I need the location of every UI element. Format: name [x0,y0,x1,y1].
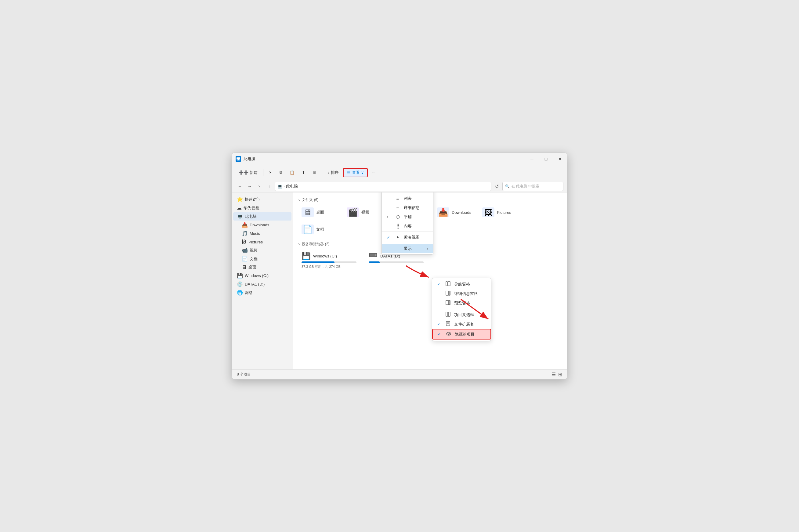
drive-d-icon [369,252,378,260]
sort-icon: ↕ [328,170,330,175]
svg-rect-0 [237,157,240,159]
music-folder-icon: 🎵 [392,207,404,217]
maximize-button[interactable]: □ [539,153,553,165]
title-bar: 此电脑 ─ □ ✕ [232,153,567,165]
cloud-icon: ☁ [237,205,242,211]
sort-button[interactable]: ↕ 排序 [325,169,342,177]
view-button[interactable]: ☰ 查看 ∨ [343,168,368,177]
list-view-button[interactable]: ☰ [552,372,556,377]
drive-data1-d[interactable]: DATA1 (D:) [365,249,427,271]
folder-video[interactable]: 🎬 视频 [343,205,386,220]
show-item-checkbox[interactable]: 项目复选框 [432,310,491,319]
pictures-folder-icon: 🖼 [482,207,495,217]
hidden-items-icon [446,331,452,337]
desktop-folder-icon: 🖥 [301,207,314,217]
folder-music[interactable]: 🎵 Music [388,205,431,220]
svg-rect-12 [446,312,448,316]
drive-d-bar [369,262,424,263]
window-controls: ─ □ ✕ [525,153,567,165]
show-sep-1 [432,309,491,309]
folder-downloads[interactable]: 📥 Downloads [433,205,476,220]
sidebar-item-windows-c[interactable]: 💾 Windows (C:) [233,271,292,280]
svg-point-5 [375,254,376,255]
view-icon: ☰ [347,170,351,175]
main-window: 此电脑 ─ □ ✕ ➕ ➕ 新建 ✂ ⧉ 📋 ⬆ 🗑 ↕ 排序 [231,153,568,379]
sidebar-item-music[interactable]: 🎵 Music [233,229,292,238]
sidebar-item-pictures[interactable]: 🖼 Pictures [233,238,292,246]
new-button[interactable]: ➕ ➕ 新建 [236,169,261,177]
svg-rect-6 [446,282,447,286]
forward-button[interactable]: → [245,182,254,191]
drive-windows-c[interactable]: 💾 Windows (C:) 37.3 GB 可用，共 274 GB [298,249,360,271]
breadcrumb[interactable]: 💻 › 此电脑 [275,182,491,191]
device-section-header: ∨ 设备和驱动器 (2) [298,242,562,247]
folder-documents[interactable]: 📄 文档 [298,222,340,237]
show-nav-pane[interactable]: ✓ 导航窗格 [432,280,491,289]
svg-point-17 [446,332,451,335]
delete-button[interactable]: 🗑 [310,169,319,176]
sidebar-item-network[interactable]: 🌐 网络 [233,289,292,297]
svg-rect-1 [238,159,239,160]
delete-icon: 🗑 [313,170,316,175]
back-button[interactable]: ← [236,182,244,191]
sidebar-item-data1-d[interactable]: 💿 DATA1 (D:) [233,280,292,288]
show-submenu[interactable]: ✓ 导航窗格 [432,278,491,341]
drive-c-icon: 💾 [301,252,311,260]
details-pane-icon [445,291,451,297]
paste-button[interactable]: 📋 [286,169,298,176]
view-option-small[interactable]: ⣿ 小图标 [382,192,433,194]
breadcrumb-path: 此电脑 [286,184,298,189]
minimize-button[interactable]: ─ [525,153,539,165]
star-icon: ⭐ [237,196,243,202]
share-button[interactable]: ⬆ [299,169,308,176]
data-drive-icon: 💿 [237,281,243,287]
search-icon: 🔍 [505,184,510,189]
copy-button[interactable]: ⧉ [277,169,285,176]
preview-pane-icon [445,300,451,306]
nav-bar: ← → ∨ ↑ 💻 › 此电脑 ↺ 🔍 在 此电脑 中搜索 [232,180,567,192]
nav-pane-icon [445,281,451,287]
more-button[interactable]: ··· [369,169,378,176]
folder-pictures[interactable]: 🖼 Pictures [479,205,521,220]
arrow-3 [455,296,495,324]
network-icon: 🌐 [237,290,243,296]
sidebar-item-video[interactable]: 📹 视频 [233,246,292,254]
show-hidden-items[interactable]: ✓ 隐藏的项目 [432,329,491,340]
sidebar-item-downloads[interactable]: 📥 Downloads [233,221,292,229]
item-checkbox-icon [445,312,451,318]
recent-button[interactable]: ∨ [255,182,264,191]
svg-rect-14 [446,322,450,326]
sidebar-item-desktop[interactable]: 🖥 桌面 [233,263,292,271]
folder-section-header: ∨ 文件夹 (6) [298,197,562,203]
more-icon: ··· [372,170,375,175]
drive-c-bar-fill [301,262,334,263]
close-button[interactable]: ✕ [553,153,567,165]
sidebar-item-quick-access[interactable]: ⭐ 快速访问 [233,195,292,204]
show-details-pane[interactable]: 详细信息窗格 [432,289,491,298]
search-box[interactable]: 🔍 在 此电脑 中搜索 [502,182,563,191]
svg-rect-8 [446,291,449,295]
cut-button[interactable]: ✂ [266,169,275,176]
grid-view-button[interactable]: ⊞ [558,372,562,377]
drive-c-bar [301,262,356,263]
downloads-icon: 📥 [242,222,248,228]
status-bar: 8 个项目 ☰ ⊞ [232,369,567,379]
file-ext-check-icon: ✓ [437,322,442,326]
refresh-button[interactable]: ↺ [493,182,501,191]
sidebar-item-documents[interactable]: 📄 文档 [233,255,292,263]
paste-icon: 📋 [290,170,295,175]
search-placeholder: 在 此电脑 中搜索 [512,184,539,189]
sidebar-item-this-pc[interactable]: 💻 此电脑 [233,212,292,221]
computer-icon: 💻 [237,213,243,219]
new-icon: ➕ [239,170,244,175]
show-file-extensions[interactable]: ✓ 文件扩展名 [432,319,491,329]
sidebar-item-huawei-cloud[interactable]: ☁ 华为云盘 [233,204,292,212]
view-chevron-icon: ∨ [361,170,364,175]
drive-c-header: 💾 Windows (C:) [301,252,356,260]
drive-d-header: DATA1 (D:) [369,252,424,260]
status-right: ☰ ⊞ [552,372,562,377]
folder-desktop[interactable]: 🖥 桌面 [298,205,340,220]
window-title: 此电脑 [244,156,256,162]
show-preview-pane[interactable]: 预览窗格 [432,298,491,308]
up-button[interactable]: ↑ [265,182,274,191]
